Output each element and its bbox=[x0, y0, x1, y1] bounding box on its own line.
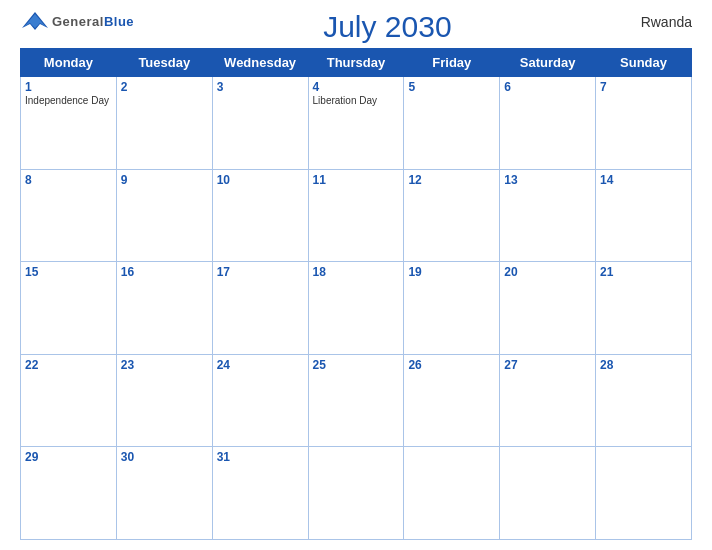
day-number: 17 bbox=[217, 265, 304, 279]
logo-icon bbox=[20, 10, 50, 32]
calendar-day-cell bbox=[404, 447, 500, 540]
calendar-day-cell bbox=[500, 447, 596, 540]
calendar-day-cell: 10 bbox=[212, 169, 308, 262]
day-number: 16 bbox=[121, 265, 208, 279]
day-number: 19 bbox=[408, 265, 495, 279]
weekday-header: Monday bbox=[21, 49, 117, 77]
calendar-day-cell: 18 bbox=[308, 262, 404, 355]
calendar-day-cell: 9 bbox=[116, 169, 212, 262]
calendar-day-cell: 26 bbox=[404, 354, 500, 447]
logo-blue-text: Blue bbox=[104, 14, 134, 29]
calendar-table: MondayTuesdayWednesdayThursdayFridaySatu… bbox=[20, 48, 692, 540]
calendar-day-cell: 4Liberation Day bbox=[308, 77, 404, 170]
calendar-day-cell: 21 bbox=[596, 262, 692, 355]
calendar-day-cell: 14 bbox=[596, 169, 692, 262]
calendar-day-cell: 31 bbox=[212, 447, 308, 540]
calendar-day-cell: 30 bbox=[116, 447, 212, 540]
calendar-day-cell: 15 bbox=[21, 262, 117, 355]
day-number: 14 bbox=[600, 173, 687, 187]
calendar-day-cell: 27 bbox=[500, 354, 596, 447]
day-number: 11 bbox=[313, 173, 400, 187]
day-number: 24 bbox=[217, 358, 304, 372]
day-number: 6 bbox=[504, 80, 591, 94]
day-number: 28 bbox=[600, 358, 687, 372]
day-number: 18 bbox=[313, 265, 400, 279]
calendar-day-cell: 17 bbox=[212, 262, 308, 355]
logo-general-text: General bbox=[52, 14, 104, 29]
day-number: 4 bbox=[313, 80, 400, 94]
weekday-header: Saturday bbox=[500, 49, 596, 77]
day-number: 29 bbox=[25, 450, 112, 464]
calendar-day-cell: 1Independence Day bbox=[21, 77, 117, 170]
day-number: 9 bbox=[121, 173, 208, 187]
calendar-day-cell: 2 bbox=[116, 77, 212, 170]
weekday-header: Thursday bbox=[308, 49, 404, 77]
calendar-day-cell: 19 bbox=[404, 262, 500, 355]
calendar-day-cell: 7 bbox=[596, 77, 692, 170]
day-number: 21 bbox=[600, 265, 687, 279]
calendar-week-row: 1Independence Day234Liberation Day567 bbox=[21, 77, 692, 170]
day-number: 1 bbox=[25, 80, 112, 94]
calendar-day-cell: 5 bbox=[404, 77, 500, 170]
day-number: 10 bbox=[217, 173, 304, 187]
day-number: 20 bbox=[504, 265, 591, 279]
calendar-day-cell: 13 bbox=[500, 169, 596, 262]
calendar-day-cell: 11 bbox=[308, 169, 404, 262]
calendar-day-cell bbox=[308, 447, 404, 540]
day-number: 26 bbox=[408, 358, 495, 372]
calendar-week-row: 15161718192021 bbox=[21, 262, 692, 355]
logo: General Blue bbox=[20, 10, 134, 32]
calendar-day-cell: 20 bbox=[500, 262, 596, 355]
holiday-label: Liberation Day bbox=[313, 95, 400, 106]
calendar-day-cell: 16 bbox=[116, 262, 212, 355]
day-number: 25 bbox=[313, 358, 400, 372]
calendar-day-cell: 22 bbox=[21, 354, 117, 447]
calendar-header: MondayTuesdayWednesdayThursdayFridaySatu… bbox=[21, 49, 692, 77]
day-number: 8 bbox=[25, 173, 112, 187]
day-number: 15 bbox=[25, 265, 112, 279]
calendar-title: July 2030 bbox=[323, 10, 451, 44]
weekday-header: Tuesday bbox=[116, 49, 212, 77]
day-number: 31 bbox=[217, 450, 304, 464]
day-number: 23 bbox=[121, 358, 208, 372]
day-number: 5 bbox=[408, 80, 495, 94]
country-label: Rwanda bbox=[641, 10, 692, 30]
calendar-day-cell: 24 bbox=[212, 354, 308, 447]
calendar-day-cell: 28 bbox=[596, 354, 692, 447]
day-number: 30 bbox=[121, 450, 208, 464]
calendar-day-cell: 29 bbox=[21, 447, 117, 540]
holiday-label: Independence Day bbox=[25, 95, 112, 106]
day-number: 12 bbox=[408, 173, 495, 187]
weekday-header: Wednesday bbox=[212, 49, 308, 77]
day-number: 13 bbox=[504, 173, 591, 187]
day-number: 3 bbox=[217, 80, 304, 94]
header: General Blue July 2030 Rwanda bbox=[20, 10, 692, 44]
day-number: 27 bbox=[504, 358, 591, 372]
svg-marker-1 bbox=[24, 14, 46, 28]
calendar-day-cell: 12 bbox=[404, 169, 500, 262]
weekday-header: Friday bbox=[404, 49, 500, 77]
calendar-day-cell: 6 bbox=[500, 77, 596, 170]
weekday-header: Sunday bbox=[596, 49, 692, 77]
day-number: 22 bbox=[25, 358, 112, 372]
calendar-week-row: 22232425262728 bbox=[21, 354, 692, 447]
calendar-day-cell bbox=[596, 447, 692, 540]
calendar-day-cell: 25 bbox=[308, 354, 404, 447]
calendar-day-cell: 3 bbox=[212, 77, 308, 170]
calendar-week-row: 293031 bbox=[21, 447, 692, 540]
day-number: 7 bbox=[600, 80, 687, 94]
calendar-day-cell: 23 bbox=[116, 354, 212, 447]
calendar-day-cell: 8 bbox=[21, 169, 117, 262]
day-number: 2 bbox=[121, 80, 208, 94]
calendar-week-row: 891011121314 bbox=[21, 169, 692, 262]
